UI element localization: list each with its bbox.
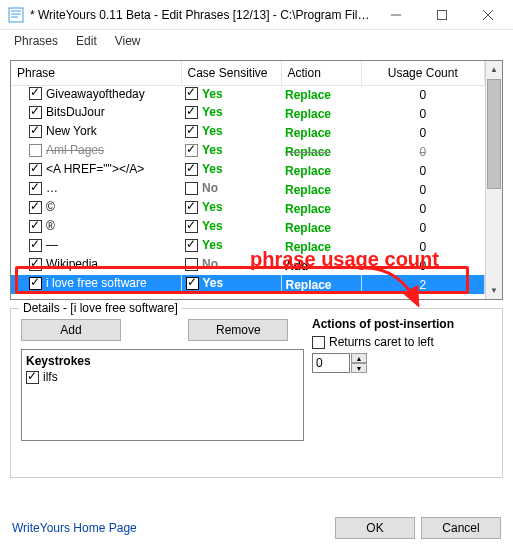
- svg-rect-0: [9, 8, 23, 22]
- svg-rect-2: [438, 10, 447, 19]
- returns-caret-checkbox[interactable]: [312, 336, 325, 349]
- phrase-checkbox[interactable]: [29, 144, 42, 157]
- table-row[interactable]: …NoReplace0: [11, 180, 485, 199]
- cs-checkbox[interactable]: [185, 144, 198, 157]
- cs-checkbox[interactable]: [186, 277, 199, 290]
- action-text: Replace: [285, 221, 331, 235]
- menubar: Phrases Edit View: [0, 30, 513, 52]
- close-button[interactable]: [465, 0, 511, 30]
- table-row[interactable]: i love free softwareYesReplace2: [11, 275, 485, 294]
- phrase-text: <A HREF=""></A>: [46, 162, 144, 176]
- phrase-checkbox[interactable]: [29, 163, 42, 176]
- keystroke-item[interactable]: ilfs: [26, 370, 299, 384]
- phrase-checkbox[interactable]: [29, 87, 42, 100]
- cs-checkbox[interactable]: [185, 239, 198, 252]
- action-text: Replace: [285, 240, 331, 254]
- table-row[interactable]: WikipediaNoAdd0: [11, 256, 485, 275]
- table-row[interactable]: Aml PagesYesReplace0: [11, 142, 485, 161]
- add-button[interactable]: Add: [21, 319, 121, 341]
- cs-checkbox[interactable]: [185, 258, 198, 271]
- phrase-checkbox[interactable]: [29, 106, 42, 119]
- details-legend: Details - [i love free software]: [19, 301, 182, 315]
- keystroke-checkbox[interactable]: [26, 371, 39, 384]
- scroll-down-icon[interactable]: ▼: [486, 282, 502, 299]
- action-text: Replace: [285, 126, 331, 140]
- post-insertion-spin: ▲ ▼: [312, 353, 492, 373]
- spin-up-icon[interactable]: ▲: [351, 353, 367, 363]
- table-row[interactable]: New YorkYesReplace0: [11, 123, 485, 142]
- action-text: Replace: [285, 183, 331, 197]
- window-title: * WriteYours 0.11 Beta - Edit Phrases [1…: [30, 8, 373, 22]
- cs-checkbox[interactable]: [185, 163, 198, 176]
- cs-checkbox[interactable]: [185, 201, 198, 214]
- spin-input[interactable]: [312, 353, 350, 373]
- table-row[interactable]: ©YesReplace0: [11, 199, 485, 218]
- table-row[interactable]: GiveawayofthedayYesReplace0: [11, 85, 485, 104]
- phrase-text: New York: [46, 124, 97, 138]
- usage-text: 0: [361, 256, 485, 275]
- phrase-text: Giveawayoftheday: [46, 87, 145, 101]
- phrase-checkbox[interactable]: [29, 220, 42, 233]
- usage-text: 0: [361, 161, 485, 180]
- phrase-text: BitsDuJour: [46, 105, 105, 119]
- footer: WriteYours Home Page OK Cancel: [12, 515, 501, 541]
- keystrokes-listbox[interactable]: Keystrokes ilfs: [21, 349, 304, 441]
- phrase-text: ®: [46, 219, 55, 233]
- phrase-text: Wikipedia: [46, 257, 98, 271]
- phrase-checkbox[interactable]: [29, 201, 42, 214]
- cs-checkbox[interactable]: [185, 125, 198, 138]
- usage-text: 0: [361, 237, 485, 256]
- cancel-button[interactable]: Cancel: [421, 517, 501, 539]
- titlebar: * WriteYours 0.11 Beta - Edit Phrases [1…: [0, 0, 513, 30]
- maximize-button[interactable]: [419, 0, 465, 30]
- cs-text: Yes: [202, 87, 223, 101]
- cs-checkbox[interactable]: [185, 182, 198, 195]
- returns-caret-text: Returns caret to left: [329, 335, 434, 349]
- action-text: Replace: [285, 164, 331, 178]
- usage-text: 2: [361, 275, 485, 294]
- keystroke-text: ilfs: [43, 370, 58, 384]
- phrase-checkbox[interactable]: [29, 277, 42, 290]
- phrase-text: …: [46, 181, 58, 195]
- phrase-checkbox[interactable]: [29, 182, 42, 195]
- cs-text: Yes: [202, 238, 223, 252]
- cs-checkbox[interactable]: [185, 87, 198, 100]
- homepage-link[interactable]: WriteYours Home Page: [12, 521, 329, 535]
- spin-down-icon[interactable]: ▼: [351, 363, 367, 373]
- menu-phrases[interactable]: Phrases: [6, 32, 66, 50]
- phrase-checkbox[interactable]: [29, 239, 42, 252]
- table-row[interactable]: <A HREF=""></A>YesReplace0: [11, 161, 485, 180]
- scroll-up-icon[interactable]: ▲: [486, 61, 502, 78]
- cs-text: Yes: [202, 200, 223, 214]
- table-row[interactable]: —YesReplace0: [11, 237, 485, 256]
- usage-text: 0: [361, 104, 485, 123]
- returns-caret-option[interactable]: Returns caret to left: [312, 335, 492, 349]
- col-usage-count[interactable]: Usage Count: [361, 61, 485, 85]
- phrase-grid: Phrase Case Sensitive Action Usage Count…: [10, 60, 503, 300]
- menu-view[interactable]: View: [107, 32, 149, 50]
- remove-button[interactable]: Remove: [188, 319, 288, 341]
- table-row[interactable]: BitsDuJourYesReplace0: [11, 104, 485, 123]
- minimize-button[interactable]: [373, 0, 419, 30]
- ok-button[interactable]: OK: [335, 517, 415, 539]
- col-action[interactable]: Action: [281, 61, 361, 85]
- usage-text: 0: [361, 180, 485, 199]
- cs-text: Yes: [202, 219, 223, 233]
- menu-edit[interactable]: Edit: [68, 32, 105, 50]
- cs-text: No: [202, 257, 218, 271]
- action-text: Replace: [285, 88, 331, 102]
- phrase-checkbox[interactable]: [29, 125, 42, 138]
- grid-scrollbar[interactable]: ▲ ▼: [485, 61, 502, 299]
- table-row[interactable]: ®YesReplace0: [11, 218, 485, 237]
- phrase-checkbox[interactable]: [29, 258, 42, 271]
- action-text: Replace: [285, 202, 331, 216]
- cs-text: Yes: [202, 105, 223, 119]
- usage-text: 0: [361, 123, 485, 142]
- cs-checkbox[interactable]: [185, 106, 198, 119]
- col-phrase[interactable]: Phrase: [11, 61, 181, 85]
- usage-text: 0: [361, 218, 485, 237]
- scroll-thumb[interactable]: [487, 79, 501, 189]
- col-case-sensitive[interactable]: Case Sensitive: [181, 61, 281, 85]
- cs-checkbox[interactable]: [185, 220, 198, 233]
- phrase-text: i love free software: [46, 276, 147, 290]
